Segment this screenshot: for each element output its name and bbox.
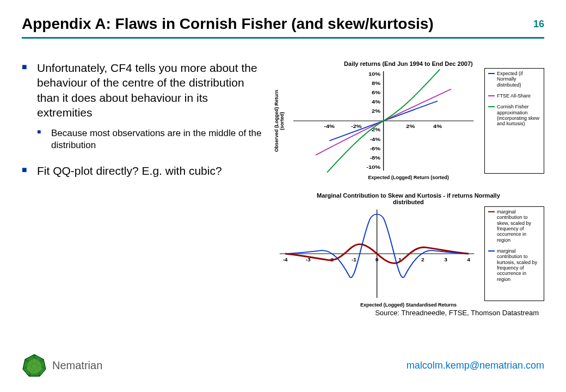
x-axis-label: Expected (Logged) Standardised Returns: [273, 302, 544, 308]
legend-item: marginal contribution to skew, scaled by…: [488, 209, 540, 243]
legend-item: marginal contribution to kurtosis, scale…: [488, 248, 540, 282]
bullet-item: Fit QQ-plot directly? E.g. with cubic?: [22, 163, 266, 178]
chart-legend: Expected (if Normally distributed) FTSE …: [484, 68, 544, 174]
sub-bullet-item: Because most observations are in the mid…: [37, 127, 266, 151]
qq-plot-chart: Daily returns (End Jun 1994 to End Dec 2…: [273, 60, 544, 186]
slide-title: Appendix A: Flaws in Cornish Fisher (and…: [22, 15, 434, 33]
y-tick: 4%: [372, 99, 380, 105]
source-line: Source: Threadneedle, FTSE, Thomson Data…: [273, 309, 544, 317]
x-axis-label: Expected (Logged) Return (sorted): [273, 175, 544, 180]
content-area: Unfortunately, CF4 tells you more about …: [22, 60, 544, 353]
legend-swatch: [488, 106, 495, 107]
x-tick: -4: [282, 256, 288, 262]
marginal-contribution-chart: Marginal Contribution to Skew and Kurtos…: [273, 192, 544, 307]
nematrian-logo-icon: [22, 353, 47, 378]
x-tick: 0: [376, 256, 379, 262]
slide-footer: Nematrian malcolm.kemp@nematrian.com: [22, 353, 544, 381]
x-tick: -4%: [324, 123, 335, 128]
contact-email[interactable]: malcolm.kemp@nematrian.com: [407, 360, 544, 371]
chart-title: Daily returns (End Jun 1994 to End Dec 2…: [273, 60, 544, 67]
legend-item: Expected (if Normally distributed): [488, 71, 540, 88]
x-tick: -1: [352, 256, 357, 262]
y-tick: -10%: [366, 164, 380, 170]
legend-label: FTSE All-Share: [497, 93, 531, 99]
bullet-column: Unfortunately, CF4 tells you more about …: [22, 60, 273, 353]
legend-swatch: [488, 95, 495, 96]
bullet-text: Fit QQ-plot directly? E.g. with cubic?: [37, 164, 222, 177]
y-tick: 2%: [372, 108, 380, 114]
brand-name: Nematrian: [52, 359, 102, 372]
y-tick: 8%: [372, 81, 380, 86]
y-tick: -6%: [370, 146, 380, 151]
charts-column: Daily returns (End Jun 1994 to End Dec 2…: [273, 60, 544, 353]
legend-label: marginal contribution to kurtosis, scale…: [497, 248, 540, 282]
bullet-text: Unfortunately, CF4 tells you more about …: [37, 62, 257, 119]
x-tick: 2%: [406, 123, 415, 128]
plot-area: -4% -2% 2% 4% 10% 8% 6% 4%: [286, 68, 481, 174]
x-tick: 2: [421, 256, 424, 262]
brand-block: Nematrian: [22, 353, 102, 378]
legend-swatch: [488, 211, 495, 212]
sub-bullet-text: Because most observations are in the mid…: [51, 128, 262, 150]
y-axis-label: Observed (Logged) Return (sorted): [273, 68, 286, 174]
x-tick: 4: [467, 256, 470, 262]
legend-label: marginal contribution to skew, scaled by…: [497, 209, 540, 243]
page-number: 16: [533, 19, 544, 30]
legend-swatch: [488, 250, 495, 252]
legend-label: Expected (if Normally distributed): [497, 71, 540, 88]
legend-swatch: [488, 73, 495, 74]
legend-item: FTSE All-Share: [488, 93, 540, 99]
chart-title: Marginal Contribution to Skew and Kurtos…: [273, 192, 544, 205]
legend-label: Cornish Fisher approximation (incorporat…: [497, 104, 540, 126]
y-tick: 6%: [372, 90, 380, 95]
legend-item: Cornish Fisher approximation (incorporat…: [488, 104, 540, 126]
plot-area: -4 -3 -2 -1 0 1 2 3 4: [273, 206, 481, 301]
slide-header: Appendix A: Flaws in Cornish Fisher (and…: [22, 15, 544, 39]
y-tick: -4%: [370, 136, 380, 142]
x-tick: 3: [444, 256, 447, 262]
bullet-item: Unfortunately, CF4 tells you more about …: [22, 60, 266, 151]
x-tick: -2%: [351, 123, 362, 128]
y-tick: 10%: [368, 71, 380, 77]
x-tick: 4%: [433, 123, 442, 128]
y-tick: -8%: [370, 155, 380, 161]
chart-legend: marginal contribution to skew, scaled by…: [484, 206, 544, 301]
